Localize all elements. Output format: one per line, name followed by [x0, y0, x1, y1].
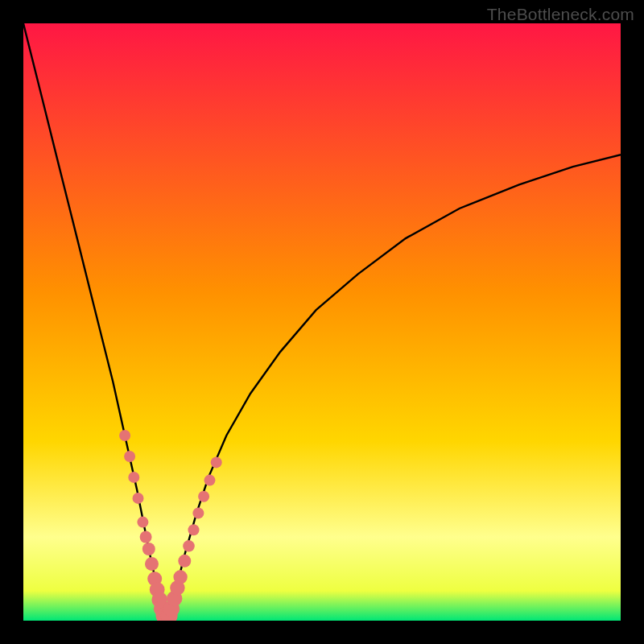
marker-point	[124, 451, 135, 462]
plot-area	[23, 23, 621, 621]
gradient-background	[23, 23, 621, 621]
marker-point	[178, 555, 191, 568]
marker-point	[211, 456, 222, 468]
marker-point	[137, 517, 148, 528]
marker-point	[133, 493, 144, 504]
marker-point	[188, 524, 200, 535]
marker-point	[142, 543, 155, 555]
chart-frame: TheBottleneck.com	[0, 0, 644, 644]
marker-point	[198, 491, 209, 502]
marker-point	[119, 430, 130, 441]
marker-point	[140, 531, 152, 543]
marker-point	[183, 540, 195, 552]
marker-point	[173, 570, 187, 584]
marker-point	[145, 557, 159, 571]
marker-point	[204, 475, 216, 486]
marker-point	[128, 472, 139, 483]
chart-svg	[23, 23, 621, 621]
marker-point	[192, 507, 204, 518]
watermark-text: TheBottleneck.com	[487, 5, 634, 24]
